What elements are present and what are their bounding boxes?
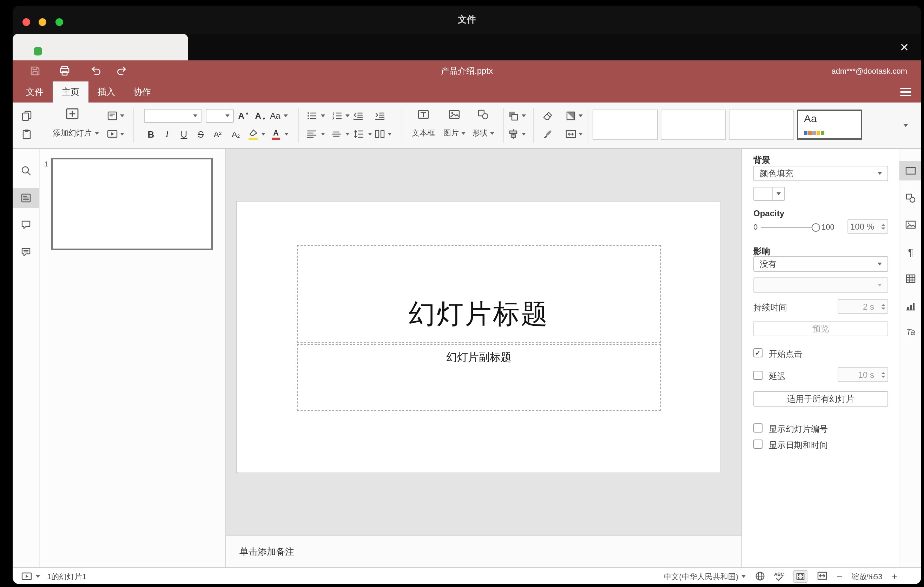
align-shapes-button[interactable] <box>505 126 521 142</box>
slide-thumbnail[interactable] <box>51 158 213 250</box>
highlight-color-caret[interactable] <box>261 133 266 135</box>
chart-settings-icon[interactable] <box>902 298 919 315</box>
start-on-click-checkbox[interactable]: ✓ <box>753 348 762 358</box>
search-icon[interactable] <box>18 162 35 179</box>
document-language-icon[interactable] <box>754 571 765 582</box>
paragraph-settings-icon[interactable]: ¶ <box>902 244 919 261</box>
align-shapes-caret[interactable] <box>522 133 526 135</box>
horizontal-align-caret[interactable] <box>321 133 325 135</box>
font-size-combo[interactable] <box>206 109 234 123</box>
color-scheme-button[interactable] <box>563 108 579 124</box>
slide-size-caret[interactable] <box>579 133 583 135</box>
theme-option-1[interactable] <box>592 110 658 140</box>
duration-input[interactable]: 2 s <box>838 299 888 314</box>
effect-type-select[interactable] <box>753 277 888 293</box>
copy-button[interactable] <box>19 108 35 124</box>
add-slide-icon[interactable] <box>65 107 79 121</box>
superscript-button[interactable]: A² <box>211 126 225 142</box>
opacity-slider-knob[interactable] <box>812 223 820 232</box>
text-box-icon[interactable] <box>416 107 431 122</box>
comments-icon[interactable] <box>18 216 35 233</box>
strikethrough-button[interactable]: S <box>195 126 207 142</box>
increase-indent-button[interactable] <box>372 108 388 124</box>
bold-button[interactable]: B <box>145 126 157 142</box>
title-placeholder[interactable]: 幻灯片标题 <box>297 245 661 343</box>
background-color-picker[interactable] <box>753 187 785 201</box>
duration-spinner[interactable] <box>878 300 888 313</box>
notes-area[interactable]: 单击添加备注 <box>226 535 741 567</box>
font-color-caret[interactable] <box>284 133 289 135</box>
subscript-button[interactable]: A₂ <box>229 126 243 142</box>
slides-panel-icon[interactable] <box>18 190 35 206</box>
line-spacing-button[interactable] <box>351 126 366 142</box>
opacity-slider-track[interactable] <box>761 227 816 228</box>
fit-width-icon[interactable] <box>816 571 827 582</box>
opacity-spinner[interactable] <box>878 220 888 233</box>
language-selector[interactable]: 中文(中华人民共和国) <box>663 571 745 582</box>
delay-checkbox[interactable] <box>753 371 762 380</box>
horizontal-align-button[interactable] <box>304 126 320 142</box>
columns-button[interactable] <box>372 126 388 142</box>
underline-button[interactable]: U <box>178 126 190 142</box>
shape-settings-icon[interactable] <box>902 190 919 206</box>
arrange-button[interactable] <box>505 108 521 124</box>
image-icon[interactable] <box>447 107 462 122</box>
apply-to-all-button[interactable]: 适用于所有幻灯片 <box>753 391 888 407</box>
color-scheme-caret[interactable] <box>579 114 583 117</box>
slide-size-button[interactable] <box>563 126 579 142</box>
tab-home[interactable]: 主页 <box>53 81 89 102</box>
theme-option-2[interactable] <box>661 110 726 140</box>
bullets-button[interactable] <box>304 108 320 124</box>
zoom-level[interactable]: 缩放%53 <box>852 571 883 582</box>
highlight-color-button[interactable] <box>246 126 260 142</box>
copy-style-button[interactable] <box>540 126 555 142</box>
effect-select[interactable]: 没有 <box>753 256 888 272</box>
bullets-caret[interactable] <box>321 114 325 117</box>
background-fill-select[interactable]: 颜色填充 <box>753 166 888 181</box>
show-date-time-checkbox[interactable] <box>753 440 762 448</box>
text-art-settings-icon[interactable]: Ta <box>902 324 919 341</box>
increase-font-button[interactable]: A▲ <box>235 108 252 124</box>
tab-insert[interactable]: 插入 <box>89 81 124 102</box>
add-slide-button[interactable]: 添加幻灯片 <box>42 128 109 139</box>
italic-button[interactable]: I <box>161 126 173 142</box>
vertical-align-button[interactable] <box>328 126 344 142</box>
decrease-indent-button[interactable] <box>350 108 366 124</box>
start-slideshow-status-button[interactable] <box>21 571 40 582</box>
slide-editing-area[interactable]: 幻灯片标题 幻灯片副标题 <box>236 201 720 473</box>
subtitle-placeholder[interactable]: 幻灯片副标题 <box>297 344 661 411</box>
show-slide-number-checkbox[interactable] <box>753 424 762 432</box>
shape-button[interactable]: 形状 <box>463 128 503 139</box>
font-name-combo[interactable] <box>144 109 201 123</box>
clear-style-button[interactable] <box>540 108 555 124</box>
font-color-button[interactable]: A <box>270 126 282 142</box>
line-spacing-caret[interactable] <box>368 133 372 135</box>
vertical-align-caret[interactable] <box>345 133 350 135</box>
delay-spinner[interactable] <box>878 368 888 381</box>
zoom-out-button[interactable]: − <box>837 571 842 582</box>
tab-collaboration[interactable]: 协作 <box>124 81 160 102</box>
theme-option-3[interactable] <box>729 110 794 140</box>
shape-icon[interactable] <box>475 107 491 122</box>
change-layout-button[interactable] <box>105 108 120 124</box>
decrease-font-button[interactable]: A▼ <box>252 108 269 124</box>
arrange-caret[interactable] <box>522 114 526 117</box>
spell-check-icon[interactable]: ABC <box>774 572 784 581</box>
paste-button[interactable] <box>19 126 35 142</box>
theme-option-selected[interactable]: Aa <box>797 110 862 140</box>
change-case-button[interactable]: Aa <box>267 108 283 124</box>
fit-slide-icon[interactable] <box>793 570 807 583</box>
change-layout-caret[interactable] <box>120 114 124 117</box>
view-settings-icon[interactable] <box>900 88 911 96</box>
numbering-button[interactable]: 123 <box>329 108 345 124</box>
numbering-caret[interactable] <box>345 114 350 117</box>
slide-settings-icon[interactable] <box>902 162 919 179</box>
columns-caret[interactable] <box>388 133 392 135</box>
zoom-in-button[interactable]: + <box>892 571 897 582</box>
change-case-caret[interactable] <box>284 114 288 117</box>
theme-gallery-caret[interactable] <box>899 119 913 133</box>
table-settings-icon[interactable] <box>902 270 919 287</box>
opacity-value-input[interactable]: 100 % <box>848 219 888 234</box>
image-settings-icon[interactable] <box>902 216 919 233</box>
close-icon[interactable]: ✕ <box>896 39 913 56</box>
